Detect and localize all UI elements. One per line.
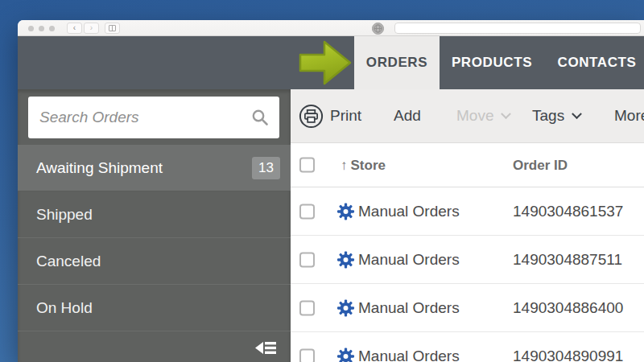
search-icon: [251, 109, 269, 126]
tab-orders[interactable]: ORDERS: [354, 36, 440, 89]
add-button[interactable]: Add: [394, 89, 421, 142]
column-header-store-label: Store: [351, 158, 386, 174]
tags-dropdown-button[interactable]: Tags: [532, 89, 580, 142]
column-header-order-id-label: Order ID: [513, 158, 568, 174]
window-close-button[interactable]: [28, 26, 34, 31]
manual-orders-gear-icon: [336, 202, 355, 220]
back-button[interactable]: ‹: [67, 23, 82, 34]
sidebar-footer: [18, 331, 291, 362]
table-row[interactable]: Manual Orders 1490304890991: [291, 332, 644, 362]
row-checkbox[interactable]: [299, 204, 315, 219]
order-id-cell: 1490304886400: [513, 299, 623, 317]
sidebar-item-shipped[interactable]: Shipped: [18, 191, 291, 238]
browser-window: ‹ ›: [18, 20, 644, 362]
table-header-row: ↑ Store Order ID: [291, 143, 644, 187]
manual-orders-gear-icon: [336, 298, 355, 317]
table-row[interactable]: Manual Orders 1490304887511: [291, 236, 644, 284]
manual-orders-gear-icon: [336, 250, 355, 269]
chevron-down-icon: [502, 109, 512, 119]
window-controls: [28, 26, 55, 31]
count-badge: 13: [252, 157, 280, 179]
sidebar-item-awaiting-shipment[interactable]: Awaiting Shipment 13: [18, 145, 291, 191]
tags-label: Tags: [532, 107, 564, 125]
sidebar-item-label: Awaiting Shipment: [36, 159, 163, 177]
order-id-cell: 1490304887511: [513, 251, 622, 269]
more-dropdown-button[interactable]: More: [614, 89, 644, 142]
add-label: Add: [394, 107, 421, 125]
print-button[interactable]: Print: [299, 89, 361, 142]
tab-products[interactable]: PRODUCTS: [436, 36, 547, 89]
sidebar-panel-icon: [109, 25, 116, 31]
move-dropdown-button[interactable]: Move: [456, 89, 510, 142]
url-field[interactable]: [394, 23, 641, 34]
globe-icon: [374, 24, 382, 33]
sidebar-item-label: Canceled: [36, 253, 101, 270]
column-header-order-id[interactable]: Order ID: [513, 143, 568, 187]
table-row[interactable]: Manual Orders 1490304861537: [291, 187, 644, 236]
orders-content: Print Add Move Tags More: [291, 89, 644, 362]
sidebar-item-on-hold[interactable]: On Hold: [18, 285, 291, 331]
sidebar-item-canceled[interactable]: Canceled: [18, 238, 291, 285]
status-filter-list: Awaiting Shipment 13 Shipped Canceled On…: [18, 145, 291, 331]
print-icon: [299, 104, 324, 129]
window-minimize-button[interactable]: [39, 26, 44, 31]
sort-ascending-icon: ↑: [341, 158, 348, 174]
forward-button[interactable]: ›: [84, 23, 99, 34]
sidebar-item-label: Shipped: [36, 206, 93, 224]
chevron-down-icon: [572, 109, 582, 119]
column-header-store[interactable]: ↑ Store: [341, 143, 386, 187]
select-all-checkbox[interactable]: [299, 158, 315, 173]
more-label: More: [614, 107, 644, 125]
print-label: Print: [330, 107, 361, 125]
window-zoom-button[interactable]: [49, 26, 55, 31]
row-checkbox[interactable]: [299, 348, 315, 362]
store-cell: Manual Orders: [358, 348, 460, 362]
sidebar-toggle-button[interactable]: [105, 23, 120, 34]
search-box: [28, 97, 279, 138]
store-cell: Manual Orders: [358, 203, 460, 220]
green-arrow-callout-icon: [297, 37, 353, 88]
store-cell: Manual Orders: [358, 251, 460, 269]
orders-toolbar: Print Add Move Tags More: [291, 89, 644, 143]
search-input[interactable]: [28, 109, 251, 126]
tab-contacts[interactable]: CONTACTS: [542, 36, 644, 89]
browser-chrome: ‹ ›: [18, 20, 644, 36]
orders-sidebar: Awaiting Shipment 13 Shipped Canceled On…: [18, 89, 291, 362]
collapse-sidebar-icon[interactable]: [254, 339, 278, 357]
app-header: ORDERS PRODUCTS CONTACTS: [18, 36, 644, 89]
row-checkbox[interactable]: [299, 300, 315, 315]
table-row[interactable]: Manual Orders 1490304886400: [291, 284, 644, 332]
order-id-cell: 1490304890991: [513, 348, 623, 362]
move-label: Move: [456, 107, 493, 125]
order-id-cell: 1490304861537: [513, 203, 623, 220]
desktop-background: ‹ ›: [0, 0, 644, 362]
sidebar-item-label: On Hold: [36, 299, 93, 317]
manual-orders-gear-icon: [336, 347, 355, 362]
globe-icon-button[interactable]: [372, 23, 384, 35]
row-checkbox[interactable]: [299, 252, 315, 267]
store-cell: Manual Orders: [358, 299, 460, 317]
